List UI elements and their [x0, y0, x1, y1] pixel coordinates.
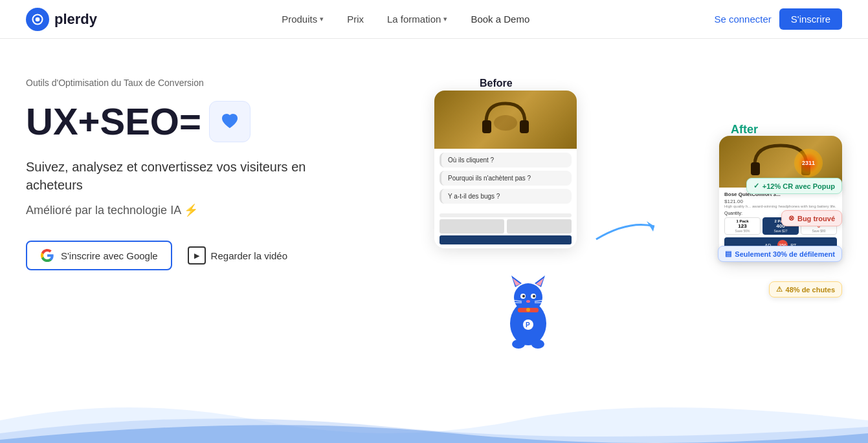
hero-ai-text: Amélioré par la technologie IA ⚡ [26, 203, 362, 217]
svg-rect-3 [520, 120, 529, 133]
before-product-rows [434, 211, 577, 248]
chevron-down-icon: ▾ [320, 15, 324, 23]
logo-text: plerdy [54, 11, 97, 28]
heatmap-dot [794, 149, 823, 177]
logo-icon [26, 8, 49, 31]
signup-button[interactable]: S'inscrire [779, 8, 842, 30]
google-signup-button[interactable]: S'inscrire avec Google [26, 241, 172, 270]
bug-icon: ⊗ [788, 214, 794, 222]
headphone-illustration [480, 97, 531, 142]
wave-section: ✈ Capterra 4.9/5 | G CROWD 4.7/5 | A APP… [0, 382, 868, 443]
check-icon: ✓ [753, 182, 759, 190]
hero-section: Outils d'Optimisation du Taux de Convers… [0, 39, 868, 369]
nav-formation[interactable]: La formation ▾ [387, 14, 447, 25]
after-label: After [731, 123, 758, 136]
warning-icon: ⚠ [776, 285, 783, 294]
scroll-icon: ▤ [725, 250, 731, 258]
badge-scroll: ▤ Seulement 30% de défilement [718, 246, 842, 262]
cat-svg: P [502, 272, 554, 349]
login-button[interactable]: Se connecter [714, 14, 771, 25]
svg-point-14 [533, 295, 535, 297]
after-panel: Bose QuietComfort 3... $121.00 High qual… [719, 136, 842, 262]
nav-prix[interactable]: Prix [347, 14, 364, 25]
hero-title: UX+SEO= [26, 101, 362, 142]
svg-marker-26 [647, 221, 654, 232]
before-product-image [434, 91, 577, 149]
badge-cr: ✓ +12% CR avec Popup [746, 178, 842, 194]
nav-actions: Se connecter S'inscrire [714, 8, 842, 30]
arrow-indicator [590, 207, 667, 255]
nav-produits[interactable]: Produits ▾ [282, 14, 324, 25]
plerdy-icon [31, 13, 44, 26]
cat-mascot: P [502, 272, 554, 349]
badge-bug: ⊗ Bug trouvé [781, 210, 842, 226]
product-price: $121.00 [724, 199, 837, 204]
watch-video-button[interactable]: ▶ Regarder la vidéo [188, 246, 287, 265]
arrow-svg [590, 207, 667, 252]
hero-description: Suivez, analysez et convertissez vos vis… [26, 158, 362, 194]
before-label: Before [480, 78, 513, 89]
before-panel: Où ils cliquent ? Pourquoi ils n'achèten… [434, 91, 577, 248]
before-questions: Où ils cliquent ? Pourquoi ils n'achèten… [434, 149, 577, 211]
play-icon: ▶ [188, 246, 206, 265]
svg-point-21 [526, 308, 530, 312]
svg-text:P: P [526, 321, 530, 329]
heart-svg [218, 110, 241, 133]
google-icon [40, 248, 54, 263]
heart-icon [209, 101, 250, 142]
svg-rect-2 [482, 120, 491, 133]
svg-point-22 [512, 340, 525, 349]
badge-drop: ⚠ 48% de chutes [769, 281, 842, 297]
svg-point-6 [514, 283, 542, 312]
svg-point-1 [36, 17, 40, 21]
hero-left: Outils d'Optimisation du Taux de Convers… [26, 71, 362, 270]
question-3: Y a-t-il des bugs ? [440, 189, 572, 204]
product-description: High quality h... award-winning headphon… [724, 204, 837, 208]
hero-subtitle: Outils d'Optimisation du Taux de Convers… [26, 78, 362, 88]
question-2: Pourquoi ils n'achètent pas ? [440, 171, 572, 186]
question-1: Où ils cliquent ? [440, 153, 572, 167]
chevron-down-icon-2: ▾ [443, 15, 447, 23]
qty-1pack[interactable]: 1 Pack 123 Save 56% [724, 217, 761, 235]
wave-svg [0, 382, 868, 443]
navbar: plerdy Produits ▾ Prix La formation ▾ Bo… [0, 0, 868, 39]
hero-buttons: S'inscrire avec Google ▶ Regarder la vid… [26, 241, 362, 270]
logo[interactable]: plerdy [26, 8, 97, 31]
hero-visual: Before Où ils cliquent ? Pourquoi ils n'… [402, 71, 842, 369]
svg-point-4 [494, 115, 517, 131]
svg-point-23 [531, 340, 544, 349]
svg-point-13 [522, 295, 525, 297]
nav-book-demo[interactable]: Book a Demo [471, 14, 529, 25]
svg-rect-27 [751, 162, 760, 175]
nav-links: Produits ▾ Prix La formation ▾ Book a De… [282, 14, 529, 25]
svg-point-15 [526, 300, 530, 303]
